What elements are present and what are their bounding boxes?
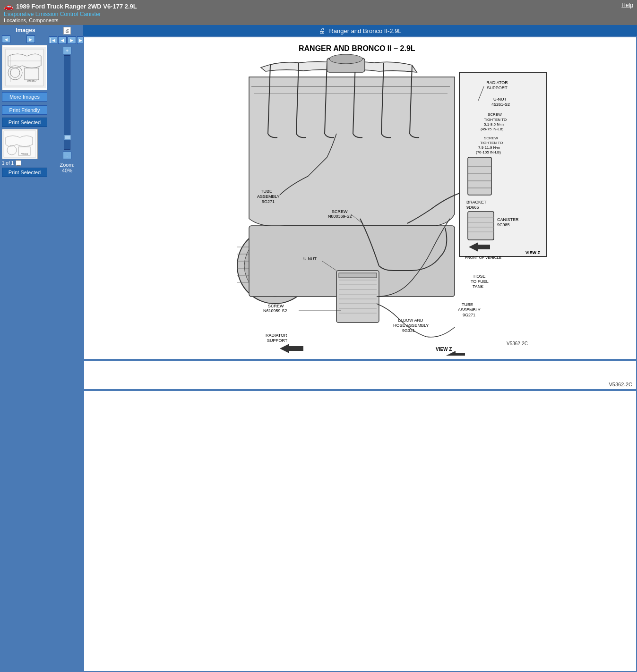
svg-text:CANISTER: CANISTER [497,217,519,222]
print-selected-button-1[interactable]: Print Selected [2,118,47,127]
svg-text:TIGHTEN TO: TIGHTEN TO [484,118,507,122]
svg-text:U-NUT: U-NUT [303,256,317,261]
svg-text:7.9-11.9 N·m: 7.9-11.9 N·m [478,145,500,150]
left-sidebar: Images ◄ ► V5362 More Im [0,25,51,672]
page-header: 🚗 1989 Ford Truck Ranger 2WD V6-177 2.9L… [0,0,637,25]
svg-text:RADIATOR: RADIATOR [266,333,287,338]
svg-text:SUPPORT: SUPPORT [487,85,508,90]
zoom-in-button[interactable]: + [63,47,71,54]
svg-rect-78 [468,157,491,195]
second-panel: V5362-2C [84,361,636,389]
page-counter-row: 1 of 1 [2,160,21,166]
nav-arrows: ◄ ► [2,35,35,43]
svg-point-15 [329,54,362,64]
svg-text:TIGHTEN TO: TIGHTEN TO [480,141,503,145]
svg-text:9C985: 9C985 [497,222,510,227]
svg-text:SUPPORT: SUPPORT [267,338,288,343]
page-checkbox[interactable] [16,160,21,166]
svg-text:VIEW Z: VIEW Z [436,347,452,352]
header-left: 🚗 1989 Ford Truck Ranger 2WD V6-177 2.9L… [4,2,137,23]
car-icon: 🚗 [4,2,13,11]
svg-text:5.1-8.5 N·m: 5.1-8.5 N·m [484,122,504,127]
svg-text:V5362: V5362 [21,153,28,155]
svg-text:(70-105 IN-LB): (70-105 IN-LB) [476,150,501,154]
svg-text:TANK: TANK [473,284,483,289]
zoom-column: 🖨 |◄ ◄ ► ►| + - Zoom: 40% [51,25,83,672]
svg-text:45261-S2: 45261-S2 [491,102,510,107]
svg-text:HOSE ASSEMBLY: HOSE ASSEMBLY [393,323,429,328]
header-sub2: Locations, Components [4,17,137,23]
svg-text:SCREW: SCREW [484,136,498,140]
third-panel [84,391,636,671]
thumbnail-box: V5362 [2,45,47,90]
svg-text:9D665: 9D665 [466,205,479,210]
svg-rect-28 [336,271,379,323]
svg-text:N800369-S2: N800369-S2 [328,214,352,219]
header-print-icon: 🖨 [318,27,325,34]
diagram-id-2: V5362-2C [609,382,632,387]
next-page-button[interactable]: ► [68,36,76,44]
svg-text:(45-75 IN-LB): (45-75 IN-LB) [481,127,504,131]
header-title: 🚗 1989 Ford Truck Ranger 2WD V6-177 2.9L [4,2,137,11]
page-thumbnail: V5362 [2,129,38,159]
zoom-out-button[interactable]: - [63,152,71,159]
svg-rect-7 [4,131,36,157]
svg-text:ASSEMBLY: ASSEMBLY [257,194,280,199]
zoom-label: Zoom: [60,162,74,168]
zoom-value: 40% [62,168,72,173]
prev-page-button[interactable]: ◄ [58,36,67,44]
svg-text:U-NUT: U-NUT [493,97,507,102]
svg-text:RADIATOR: RADIATOR [486,80,508,85]
svg-text:9G271: 9G271 [262,199,275,204]
header-subtitle: Evaporative Emission Control Canister [4,11,137,17]
zoom-handle[interactable] [64,135,71,140]
print-icon[interactable]: 🖨 [63,27,71,34]
svg-marker-48 [280,344,303,353]
svg-text:V5362-2C: V5362-2C [507,341,528,346]
zoom-nav-row: |◄ ◄ ► ►| [49,36,86,45]
thumbnail-image: V5362 [3,47,46,88]
page-counter: 1 of 1 [2,161,14,166]
svg-text:ASSEMBLY: ASSEMBLY [458,307,481,312]
help-link[interactable]: Help [621,2,633,9]
more-images-button[interactable]: More Images [2,92,47,102]
print-selected-button-2[interactable]: Print Selected [2,168,47,177]
svg-text:SCREW: SCREW [332,209,348,214]
content-title: Ranger and Bronco II-2.9L [329,27,401,34]
main-content: 🖨 Ranger and Bronco II-2.9L RANGER AND B… [83,25,637,672]
svg-text:HOSE: HOSE [473,274,486,279]
engine-diagram-svg: RANGER AND BRONCO II – 2.9L [86,39,634,356]
main-layout: Images ◄ ► V5362 More Im [0,25,637,672]
zoom-track[interactable] [64,55,70,150]
svg-text:TUBE: TUBE [462,302,473,307]
svg-text:FRONT OF VEHICLE: FRONT OF VEHICLE [465,255,501,260]
nav-prev-button[interactable]: ◄ [2,35,10,43]
print-friendly-button[interactable]: Print Friendly [2,105,47,115]
first-page-button[interactable]: |◄ [49,36,57,44]
svg-text:RANGER AND BRONCO II – 2.9L: RANGER AND BRONCO II – 2.9L [299,44,415,52]
svg-rect-29 [339,273,377,278]
svg-text:9G271: 9G271 [463,313,475,317]
svg-text:TUBE: TUBE [261,189,272,194]
svg-rect-85 [468,212,494,240]
svg-text:SCREW: SCREW [488,112,502,117]
images-section-label: Images [2,27,49,34]
svg-text:V5362: V5362 [27,79,36,83]
nav-next-button[interactable]: ► [26,35,35,43]
svg-text:N610959-S2: N610959-S2 [263,308,287,313]
content-header: 🖨 Ranger and Bronco II-2.9L [83,25,637,36]
svg-text:SCREW: SCREW [268,304,284,308]
svg-text:TO FUEL: TO FUEL [471,279,489,284]
svg-text:VIEW Z: VIEW Z [525,250,541,255]
svg-text:BRACKET: BRACKET [466,200,487,204]
diagram-panel: RANGER AND BRONCO II – 2.9L [84,37,636,359]
